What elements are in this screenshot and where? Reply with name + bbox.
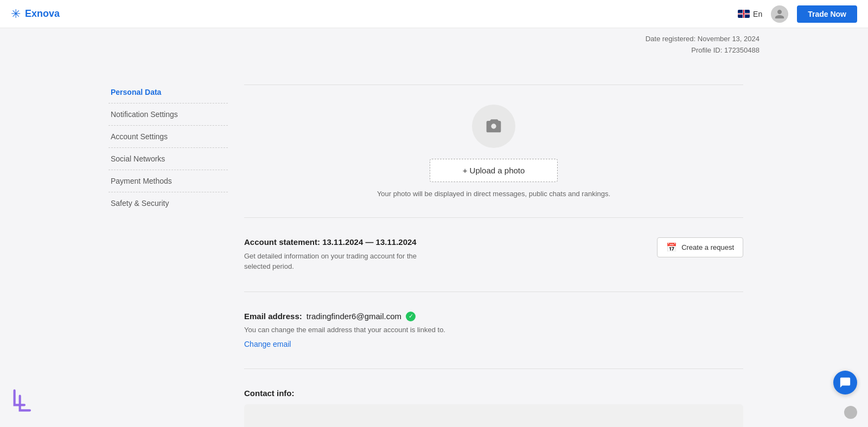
statement-info: Account statement: 13.11.2024 — 13.11.20… <box>244 237 417 272</box>
meta-info: Date registered: November 13, 2024 Profi… <box>108 34 760 56</box>
statement-title: Account statement: 13.11.2024 — 13.11.20… <box>244 237 417 247</box>
top-divider <box>244 85 743 85</box>
contact-section: Contact info: You haven't filled in your… <box>244 378 743 427</box>
photo-section: + Upload a photo Your photo will be disp… <box>244 94 743 209</box>
language-selector[interactable]: En <box>738 10 762 18</box>
header: ✳ Exnova En Trade Now <box>0 0 868 28</box>
header-right: En Trade Now <box>738 5 857 23</box>
statement-section: Account statement: 13.11.2024 — 13.11.20… <box>244 227 743 283</box>
flag-icon <box>738 10 750 18</box>
contact-empty-box: You haven't filled in your contact detai… <box>244 404 743 427</box>
change-email-link[interactable]: Change email <box>244 340 291 348</box>
sidebar-item-social-networks[interactable]: Social Networks <box>108 148 228 170</box>
language-label: En <box>753 10 762 18</box>
content-area: + Upload a photo Your photo will be disp… <box>228 76 760 427</box>
email-divider <box>244 368 743 369</box>
sidebar-item-account-settings[interactable]: Account Settings <box>108 126 228 148</box>
email-section: Email address: tradingfinder6@gmail.com … <box>244 301 743 360</box>
trade-now-button[interactable]: Trade Now <box>797 5 857 23</box>
avatar-placeholder <box>472 105 515 148</box>
email-label: Email address: <box>244 312 302 321</box>
email-header: Email address: tradingfinder6@gmail.com … <box>244 312 743 321</box>
profile-id-value: 172350488 <box>724 46 760 54</box>
photo-hint: Your photo will be displayed in direct m… <box>377 190 610 198</box>
statement-divider <box>244 292 743 292</box>
calendar-icon: 📅 <box>666 242 677 253</box>
create-request-button[interactable]: 📅 Create a request <box>657 237 743 257</box>
statement-header: Account statement: 13.11.2024 — 13.11.20… <box>244 237 743 272</box>
sidebar-item-safety-security[interactable]: Safety & Security <box>108 192 228 214</box>
email-hint: You can change the email address that yo… <box>244 326 743 334</box>
contact-title: Contact info: <box>244 389 743 398</box>
logo-area: ✳ Exnova <box>11 7 60 21</box>
email-value: tradingfinder6@gmail.com <box>307 312 401 321</box>
user-avatar[interactable] <box>771 5 788 23</box>
date-registered-label: Date registered: <box>646 35 696 43</box>
chat-icon <box>839 377 851 389</box>
main-content: Personal Data Notification Settings Acco… <box>108 65 760 427</box>
chat-button[interactable] <box>833 371 857 394</box>
sidebar-item-personal-data[interactable]: Personal Data <box>108 81 228 103</box>
camera-icon <box>485 118 502 135</box>
profile-id-label: Profile ID: <box>691 46 722 54</box>
sidebar-item-notification-settings[interactable]: Notification Settings <box>108 103 228 126</box>
bottom-logo <box>11 387 38 416</box>
logo-icon: ✳ <box>11 7 21 21</box>
photo-divider <box>244 217 743 218</box>
small-circle-button[interactable] <box>844 406 857 419</box>
bottom-logo-svg <box>11 387 38 414</box>
verified-icon: ✓ <box>406 312 416 321</box>
upload-photo-button[interactable]: + Upload a photo <box>430 159 558 182</box>
sidebar: Personal Data Notification Settings Acco… <box>108 76 228 427</box>
logo-text: Exnova <box>25 8 60 20</box>
date-registered-value: November 13, 2024 <box>698 35 760 43</box>
sidebar-item-payment-methods[interactable]: Payment Methods <box>108 170 228 192</box>
statement-desc: Get detailed information on your trading… <box>244 251 417 272</box>
